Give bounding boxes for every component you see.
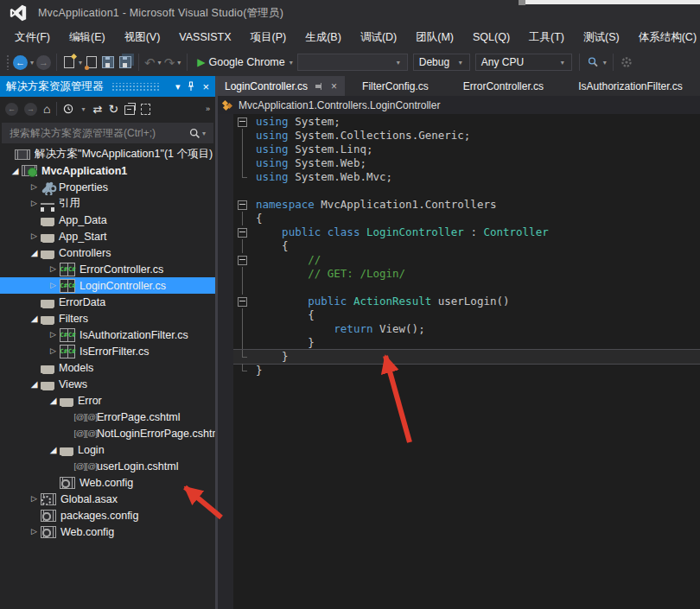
menu-item-测试(S)[interactable]: 测试(S)	[574, 27, 629, 48]
expanded-arrow-icon[interactable]: ◢	[28, 249, 41, 257]
tree-item-Properties[interactable]: ▷Properties	[0, 179, 215, 195]
menu-item-编辑(E)[interactable]: 编辑(E)	[60, 27, 115, 48]
menu-item-文件(F)[interactable]: 文件(F)	[5, 27, 60, 48]
tab-close-icon[interactable]: ×	[331, 81, 337, 92]
toolbar-blank-combobox[interactable]: ▾	[297, 54, 408, 71]
code-editor[interactable]: using System;using System.Collections.Ge…	[218, 114, 700, 609]
tree-item-userLogin.cshtml[interactable]: userLogin.cshtml	[0, 458, 215, 474]
pending-changes-filter-icon[interactable]	[63, 104, 73, 114]
fold-toggle-icon[interactable]	[238, 200, 247, 210]
save-button[interactable]	[102, 56, 114, 68]
collapsed-arrow-icon[interactable]: ▷	[28, 200, 41, 207]
collapsed-arrow-icon[interactable]: ▷	[47, 331, 60, 339]
tree-item-Filters[interactable]: ◢Filters	[0, 310, 215, 327]
fold-toggle-icon[interactable]	[238, 256, 247, 265]
menu-item-VASSISTX[interactable]: VASSISTX	[169, 28, 240, 47]
platform-combobox[interactable]: Any CPU▾	[475, 54, 572, 71]
expanded-arrow-icon[interactable]: ◢	[28, 380, 41, 389]
window-position-caret-icon[interactable]: ▾	[175, 82, 181, 92]
tree-item-Web.config[interactable]: Web.config	[0, 474, 215, 491]
tree-item-Views[interactable]: ◢Views	[0, 376, 215, 392]
show-all-files-icon[interactable]	[141, 104, 150, 115]
menu-item-调试(D)[interactable]: 调试(D)	[351, 27, 406, 48]
tab-FilterConfig.cs[interactable]: FilterConfig.cs	[345, 76, 446, 96]
tree-item-Web.config[interactable]: ▷Web.config	[0, 523, 215, 540]
tree-item-IsAuthorizationFilter.cs[interactable]: ▷IsAuthorizationFilter.cs	[0, 327, 215, 343]
tree-item-MvcApplication1[interactable]: ◢MvcApplication1	[0, 162, 215, 179]
expanded-arrow-icon[interactable]: ◢	[47, 396, 60, 405]
solution-explorer-header[interactable]: 解决方案资源管理器 ▾ ×	[0, 76, 215, 97]
undo-button[interactable]: ↶	[144, 56, 156, 69]
tree-item-packages.config[interactable]: packages.config	[0, 507, 215, 523]
run-target-label[interactable]: Google Chrome	[208, 56, 284, 68]
tab-LoginController.cs[interactable]: LoginController.cs×	[218, 76, 345, 96]
collapsed-arrow-icon[interactable]: ▷	[28, 495, 41, 503]
navigate-forward-button[interactable]: →	[36, 55, 51, 70]
tree-item-Error[interactable]: ◢Error	[0, 392, 215, 409]
panel-drag-texture[interactable]	[111, 83, 161, 91]
tab-pin-icon[interactable]	[315, 82, 323, 91]
search-icon[interactable]	[189, 128, 200, 139]
tab-ErrorController.cs[interactable]: ErrorController.cs	[446, 76, 561, 96]
navigate-backward-caret-icon[interactable]: ▾	[30, 59, 34, 67]
new-file-caret-icon[interactable]: ▾	[79, 59, 82, 67]
refresh-icon[interactable]: ↻	[108, 102, 118, 116]
start-debug-icon[interactable]: ▶	[197, 56, 205, 68]
tree-item-NotLoginErrorPage.cshtml[interactable]: NotLoginErrorPage.cshtml	[0, 425, 215, 441]
menu-item-SQL(Q)[interactable]: SQL(Q)	[463, 28, 519, 47]
tree-item-ErrorController.cs[interactable]: ▷ErrorController.cs	[0, 261, 215, 277]
tree-item-引用[interactable]: ▷引用	[0, 195, 215, 212]
tab-IsAuthorizationFilter.cs[interactable]: IsAuthorizationFilter.cs	[561, 76, 700, 96]
tree-item-Global.asax[interactable]: ▷Global.asax	[0, 491, 215, 507]
expanded-arrow-icon[interactable]: ◢	[28, 314, 41, 323]
tree-item-App_Start[interactable]: ▷App_Start	[0, 228, 215, 244]
toolbar-grip[interactable]	[6, 54, 10, 70]
tree-item-解决方案"MvcApplication1"(1 个项目)[interactable]: 解决方案"MvcApplication1"(1 个项目)	[0, 146, 215, 162]
menu-item-项目(P)[interactable]: 项目(P)	[241, 27, 296, 48]
tree-item-App_Data[interactable]: App_Data	[0, 212, 215, 228]
filter-caret-icon[interactable]: ▾	[81, 105, 85, 113]
forward-icon[interactable]: →	[24, 103, 37, 116]
configuration-combobox[interactable]: Debug▾	[413, 54, 470, 71]
collapsed-arrow-icon[interactable]: ▷	[47, 265, 60, 273]
add-item-button[interactable]	[86, 56, 97, 68]
collapsed-arrow-icon[interactable]: ▷	[28, 232, 41, 240]
settings-gear-icon[interactable]	[620, 56, 633, 68]
undo-caret-icon[interactable]: ▾	[158, 59, 162, 67]
menu-item-体系结构(C)[interactable]: 体系结构(C)	[629, 27, 700, 48]
tree-item-ErrorPage.cshtml[interactable]: ErrorPage.cshtml	[0, 409, 215, 425]
search-input[interactable]	[8, 126, 189, 140]
sync-with-active-document-icon[interactable]: ⇄	[92, 103, 102, 116]
solution-explorer-search[interactable]: ▾	[2, 123, 213, 143]
collapsed-arrow-icon[interactable]: ▷	[28, 528, 41, 536]
fold-toggle-icon[interactable]	[238, 297, 247, 307]
back-icon[interactable]: ←	[5, 103, 18, 116]
redo-caret-icon[interactable]: ▾	[177, 59, 181, 67]
expanded-arrow-icon[interactable]: ◢	[9, 167, 22, 175]
collapse-all-icon[interactable]	[124, 105, 135, 115]
tree-item-Controllers[interactable]: ◢Controllers	[0, 244, 215, 261]
tree-item-Login[interactable]: ◢Login	[0, 441, 215, 458]
fold-toggle-icon[interactable]	[238, 117, 247, 127]
search-scope-caret-icon[interactable]: ▾	[202, 130, 206, 137]
menu-item-生成(B)[interactable]: 生成(B)	[296, 27, 351, 48]
navigation-bar[interactable]: MvcApplication1.Controllers.LoginControl…	[218, 96, 700, 114]
navigate-backward-button[interactable]: ←	[13, 55, 28, 70]
tree-item-IsErrorFilter.cs[interactable]: ▷IsErrorFilter.cs	[0, 343, 215, 359]
home-icon[interactable]: ⌂	[43, 102, 50, 116]
expanded-arrow-icon[interactable]: ◢	[47, 446, 60, 454]
menu-item-视图(V)[interactable]: 视图(V)	[115, 27, 170, 48]
collapsed-arrow-icon[interactable]: ▷	[47, 347, 60, 355]
tree-item-LoginController.cs[interactable]: ▷LoginController.cs	[0, 277, 215, 294]
tree-item-Models[interactable]: Models	[0, 359, 215, 376]
menu-item-工具(T)[interactable]: 工具(T)	[519, 27, 574, 48]
menu-item-团队(M)[interactable]: 团队(M)	[406, 27, 463, 48]
run-target-caret-icon[interactable]: ▾	[290, 59, 293, 67]
toolbar-overflow-icon[interactable]: »	[206, 105, 210, 113]
find-caret-icon[interactable]: ▾	[603, 59, 607, 67]
collapsed-arrow-icon[interactable]: ▷	[28, 183, 41, 191]
tree-item-ErrorData[interactable]: ErrorData	[0, 294, 215, 310]
find-in-files-icon[interactable]	[587, 56, 599, 68]
save-all-button[interactable]	[119, 56, 131, 68]
collapsed-arrow-icon[interactable]: ▷	[47, 282, 60, 289]
